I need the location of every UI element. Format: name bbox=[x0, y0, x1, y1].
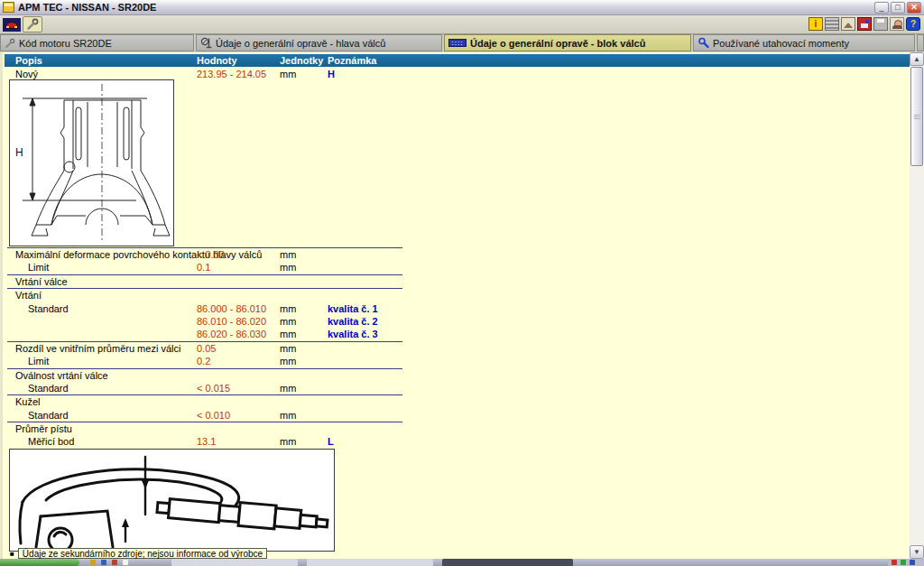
toolbar-right-icons: i ? bbox=[808, 17, 920, 31]
unit-cell: mm bbox=[280, 342, 328, 355]
note-cell bbox=[328, 369, 910, 382]
bore-measurement-diagram bbox=[9, 449, 335, 552]
engine-block-icon: :::: bbox=[448, 39, 467, 47]
minimize-button[interactable]: _ bbox=[874, 2, 889, 14]
note-cell bbox=[328, 289, 910, 302]
unit-cell: mm bbox=[280, 409, 328, 422]
image-icon[interactable] bbox=[841, 17, 855, 31]
note-cell bbox=[328, 422, 910, 435]
value-cell: < 0.010 bbox=[197, 409, 280, 422]
unit-cell bbox=[280, 369, 328, 382]
toolbar: i ? bbox=[0, 15, 924, 34]
unit-cell: mm bbox=[280, 328, 328, 340]
table-row: Rozdíl ve vnitřním průměru mezi válci0.0… bbox=[5, 342, 910, 355]
table-row: Standard< 0.010mm bbox=[5, 409, 910, 422]
table-row: Limit0.2mm bbox=[5, 355, 910, 367]
desc-cell: Vrtání bbox=[5, 289, 197, 302]
table-row: Kužel bbox=[5, 395, 910, 408]
note-cell bbox=[328, 248, 910, 261]
scroll-up-icon[interactable]: ▲ bbox=[910, 52, 924, 66]
tab-engine-code[interactable]: Kód motoru SR20DE bbox=[0, 34, 194, 51]
header-hodnoty: Hodnoty bbox=[197, 54, 280, 67]
table-rows: Maximální deformace povrchového kontaktu… bbox=[5, 247, 910, 449]
desc-cell: Vrtání válce bbox=[5, 275, 197, 288]
note-cell bbox=[328, 342, 910, 355]
print-icon[interactable] bbox=[873, 17, 888, 31]
desc-cell: Kužel bbox=[5, 395, 197, 408]
vertical-scrollbar[interactable]: ▲ ▼ bbox=[910, 52, 924, 559]
desc-cell: Měřicí bod bbox=[5, 435, 197, 448]
value-cell bbox=[197, 289, 280, 302]
tab-label: Používané utahovací momenty bbox=[713, 38, 849, 49]
quicklaunch-icon[interactable] bbox=[101, 560, 106, 565]
help-icon[interactable]: ? bbox=[906, 17, 920, 31]
unit-cell bbox=[280, 275, 328, 288]
user-icon[interactable] bbox=[890, 17, 904, 31]
task-button[interactable] bbox=[307, 559, 433, 566]
desc-cell bbox=[5, 328, 197, 340]
table-row: Standard< 0.015mm bbox=[5, 382, 910, 394]
system-tray bbox=[888, 559, 924, 566]
content-pane: Popis Hodnoty Jednotky Poznámka Nový 213… bbox=[0, 52, 924, 559]
database-icon[interactable] bbox=[825, 17, 839, 31]
table-header: Popis Hodnoty Jednotky Poznámka bbox=[5, 54, 910, 67]
tab-strip: Kód motoru SR20DE Údaje o generální opra… bbox=[0, 34, 924, 51]
tab-label: Kód motoru SR20DE bbox=[19, 38, 112, 49]
valve-icon bbox=[200, 37, 212, 49]
save-icon[interactable] bbox=[857, 17, 872, 31]
unit-cell bbox=[280, 289, 328, 302]
value-cell: 213.95 - 214.05 bbox=[197, 68, 280, 80]
value-cell bbox=[197, 422, 280, 435]
start-button[interactable] bbox=[0, 559, 79, 566]
quicklaunch-icon[interactable] bbox=[112, 560, 117, 565]
quicklaunch-icon[interactable] bbox=[123, 560, 128, 565]
note-cell bbox=[328, 382, 910, 394]
maximize-button[interactable]: □ bbox=[891, 2, 905, 14]
torque-wrench-icon bbox=[698, 37, 709, 49]
unit-cell: mm bbox=[280, 435, 328, 448]
unit-cell bbox=[280, 422, 328, 435]
tray-icon[interactable] bbox=[892, 560, 897, 565]
app-icon bbox=[3, 2, 14, 13]
tab-overhaul-cylinder-head[interactable]: Údaje o generální opravě - hlava válců bbox=[196, 34, 442, 51]
header-poznamka: Poznámka bbox=[328, 54, 910, 67]
unit-cell bbox=[280, 395, 328, 408]
note-cell: kvalita č. 2 bbox=[328, 315, 910, 328]
close-button[interactable]: ✕ bbox=[907, 2, 921, 14]
quicklaunch-icon[interactable] bbox=[90, 560, 96, 565]
wrench-icon[interactable] bbox=[23, 16, 42, 32]
desc-cell: Standard bbox=[5, 302, 197, 315]
desc-cell: Oválnost vrtání válce bbox=[5, 369, 197, 382]
h-dimension-label: H bbox=[15, 146, 23, 159]
tab-label: Údaje o generální opravě - blok válců bbox=[470, 38, 645, 49]
desc-cell: Průměr pístu bbox=[5, 422, 197, 435]
vehicle-icon[interactable] bbox=[2, 16, 22, 32]
scroll-down-icon[interactable]: ▼ bbox=[910, 545, 924, 559]
cylinder-block-height-diagram: H bbox=[9, 79, 174, 246]
tab-torque-values[interactable]: Používané utahovací momenty bbox=[693, 34, 915, 51]
unit-cell: mm bbox=[280, 261, 328, 274]
unit-cell: mm bbox=[280, 382, 328, 394]
tab-overhaul-cylinder-block[interactable]: :::: Údaje o generální opravě - blok vál… bbox=[444, 34, 691, 51]
taskbar bbox=[0, 559, 924, 566]
desc-cell: Maximální deformace povrchového kontaktu… bbox=[5, 248, 197, 261]
table-row: 86.010 - 86.020mmkvalita č. 2 bbox=[5, 315, 910, 328]
note-cell bbox=[328, 409, 910, 422]
bullet-icon: ■ bbox=[10, 550, 14, 558]
scrollbar-thumb[interactable] bbox=[910, 67, 923, 166]
value-cell: 86.000 - 86.010 bbox=[197, 302, 280, 315]
tray-icon[interactable] bbox=[910, 560, 915, 565]
table-row: Maximální deformace povrchového kontaktu… bbox=[5, 248, 910, 261]
value-cell bbox=[197, 395, 280, 408]
table-row: Standard86.000 - 86.010mmkvalita č. 1 bbox=[5, 302, 910, 315]
tab-label: Údaje o generální opravě - hlava válců bbox=[216, 38, 385, 49]
task-button[interactable] bbox=[171, 559, 298, 566]
unit-cell: mm bbox=[280, 68, 328, 80]
tray-icon[interactable] bbox=[901, 560, 906, 565]
desc-cell: Limit bbox=[5, 355, 197, 367]
note-cell bbox=[328, 275, 910, 288]
desc-cell bbox=[5, 315, 197, 328]
task-button-active[interactable] bbox=[442, 559, 573, 566]
info-icon[interactable]: i bbox=[808, 17, 823, 31]
note-cell bbox=[328, 395, 910, 408]
